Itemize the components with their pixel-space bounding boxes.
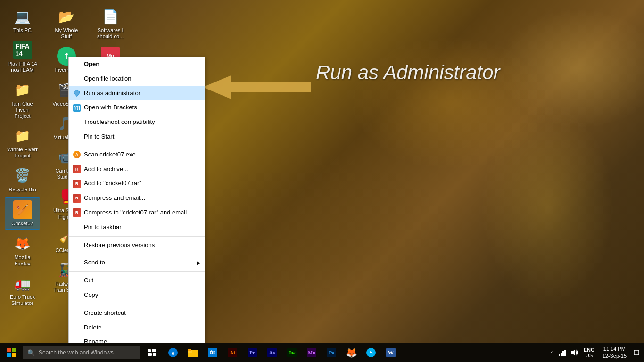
context-menu-pin-to-start[interactable]: Pin to Start [69, 130, 205, 144]
context-menu-open[interactable]: Open [69, 57, 205, 72]
annotation-arrow [203, 73, 311, 103]
svg-text:Ae: Ae [269, 350, 275, 355]
troubleshoot-label: Troubleshoot compatibility [84, 117, 155, 127]
desktop-icon-iam-clue[interactable]: 📁 Iam Clue Fiverr Project [5, 78, 40, 122]
restore-prev-label: Restore previous versions [84, 240, 155, 250]
context-menu-create-shortcut[interactable]: Create shortcut [69, 306, 205, 321]
desktop-icon-recycle-bin[interactable]: 🗑️ Recycle Bin [5, 164, 40, 195]
softwares-icon: 📄 [101, 7, 120, 26]
taskbar-skype[interactable]: S [362, 343, 380, 362]
desktop-icon-fifa[interactable]: FIFA14 Play FIFA 14 nosTEAM [5, 38, 40, 75]
recycle-bin-label: Recycle Bin [8, 187, 36, 193]
tray-network[interactable] [556, 343, 568, 362]
tray-clock[interactable]: 11:14 PM 12-Sep-15 [599, 343, 630, 362]
system-tray: ^ ENG US 11:14 PM 12-Sep-15 [549, 343, 644, 362]
scan-label: Scan cricket07.exe [84, 150, 136, 160]
context-menu-pin-to-taskbar[interactable]: Pin to taskbar [69, 220, 205, 235]
svg-text:Mu: Mu [308, 350, 315, 355]
annotation-text: Run as Administrator [316, 61, 500, 84]
svg-rect-4 [12, 348, 16, 352]
taskbar-firefox[interactable]: 🦊 [342, 343, 361, 362]
svg-rect-6 [12, 353, 16, 357]
firefox-emoji-icon: 🦊 [346, 347, 357, 358]
send-to-label: Send to [84, 258, 105, 268]
cricket07-icon: 🏏 [13, 200, 32, 219]
taskbar-store[interactable]: 🛍 [203, 343, 222, 362]
lang-region: US [586, 353, 593, 358]
copy-label: Copy [84, 290, 98, 300]
context-menu-compress-to-rar-email[interactable]: R Compress to "cricket07.rar" and email [69, 206, 205, 220]
tray-volume[interactable] [569, 343, 580, 362]
open-with-brackets-label: Open with Brackets [84, 103, 137, 113]
desktop: 💻 This PC FIFA14 Play FIFA 14 nosTEAM 📁 … [0, 0, 644, 343]
svg-rect-5 [7, 353, 11, 357]
tray-notifications[interactable] [631, 343, 642, 362]
winrar-icon-1: R [73, 165, 81, 173]
taskbar-word[interactable]: W [381, 343, 400, 362]
svg-text:Ai: Ai [230, 350, 235, 355]
pin-to-taskbar-label: Pin to taskbar [84, 222, 122, 232]
context-menu-open-with-brackets[interactable]: [{}] Open with Brackets [69, 100, 205, 115]
my-whole-label: My Whole Stuff [51, 27, 82, 40]
task-view-button[interactable] [142, 343, 161, 362]
taskbar-edge[interactable]: e [164, 343, 182, 362]
this-pc-icon: 💻 [13, 7, 32, 26]
context-menu-add-to-cricket-rar[interactable]: R Add to "cricket07.rar" [69, 176, 205, 191]
svg-rect-35 [561, 353, 562, 356]
firefox-icon: 🦊 [13, 234, 32, 253]
taskbar-file-explorer[interactable] [183, 343, 202, 362]
iam-clue-label: Iam Clue Fiverr Project [7, 101, 38, 120]
context-menu-scan[interactable]: A Scan cricket07.exe [69, 148, 205, 162]
svg-rect-15 [188, 349, 191, 351]
fifa-label: Play FIFA 14 nosTEAM [7, 61, 38, 73]
context-menu-send-to[interactable]: Send to ▶ [69, 255, 205, 270]
delete-label: Delete [84, 323, 102, 333]
taskbar-muse[interactable]: Mu [302, 343, 321, 362]
svg-rect-34 [559, 354, 560, 356]
taskbar-dreamweaver[interactable]: Dw [282, 343, 301, 362]
desktop-icon-cricket07[interactable]: 🏏 Cricket07 [5, 197, 40, 230]
search-icon: 🔍 [27, 349, 35, 356]
desktop-icon-firefox[interactable]: 🦊 Mozilla Firefox [5, 232, 40, 269]
context-menu-add-to-archive[interactable]: R Add to archive... [69, 162, 205, 177]
svg-rect-9 [148, 353, 152, 356]
svg-rect-10 [153, 353, 156, 356]
svg-rect-36 [562, 351, 564, 356]
context-menu-restore-prev[interactable]: Restore previous versions [69, 238, 205, 253]
context-menu-open-file-location[interactable]: Open file location [69, 72, 205, 86]
taskbar-search-box[interactable]: 🔍 Search the web and Windows [23, 346, 140, 359]
taskbar-premiere[interactable]: Pr [243, 343, 262, 362]
shield-icon [73, 89, 81, 98]
desktop-icon-this-pc[interactable]: 💻 This PC [5, 5, 40, 36]
start-button[interactable] [0, 343, 23, 362]
fifa-icon: FIFA14 [13, 41, 32, 59]
context-menu-cut[interactable]: Cut [69, 273, 205, 288]
context-menu-compress-email[interactable]: R Compress and email... [69, 191, 205, 206]
create-shortcut-label: Create shortcut [84, 308, 126, 318]
context-menu-delete[interactable]: Delete [69, 321, 205, 335]
svg-marker-1 [74, 90, 79, 96]
compress-to-rar-email-label: Compress to "cricket07.rar" and email [84, 208, 187, 218]
svg-text:S: S [369, 349, 372, 356]
separator-2 [69, 236, 205, 237]
context-menu-rename[interactable]: Rename [69, 335, 205, 343]
winrar-icon-3: R [73, 194, 81, 203]
run-as-admin-label: Run as administrator [84, 89, 140, 99]
context-menu-copy[interactable]: Copy [69, 288, 205, 303]
desktop-icon-winnie[interactable]: 📁 Winnie Fiverr Project [5, 124, 40, 161]
open-file-location-label: Open file location [84, 74, 131, 84]
taskbar-after-effects[interactable]: Ae [263, 343, 281, 362]
desktop-icon-softwares[interactable]: 📄 Softwares I should co... [93, 5, 128, 42]
tray-expand[interactable]: ^ [549, 343, 555, 362]
iam-clue-icon: 📁 [13, 81, 32, 99]
desktop-icon-euro-truck[interactable]: 🚛 Euro Truck Simulator [5, 272, 40, 309]
context-menu-run-as-admin[interactable]: Run as administrator [69, 86, 205, 101]
desktop-icon-my-whole[interactable]: 📂 My Whole Stuff [49, 5, 84, 42]
euro-truck-icon: 🚛 [13, 274, 32, 293]
avast-icon: A [73, 150, 81, 159]
context-menu-troubleshoot[interactable]: Troubleshoot compatibility [69, 115, 205, 130]
taskbar-apps: e 🛍 Ai [164, 343, 400, 362]
taskbar-photoshop[interactable]: Ps [322, 343, 341, 362]
taskbar-illustrator[interactable]: Ai [223, 343, 242, 362]
tray-language[interactable]: ENG US [581, 343, 598, 362]
